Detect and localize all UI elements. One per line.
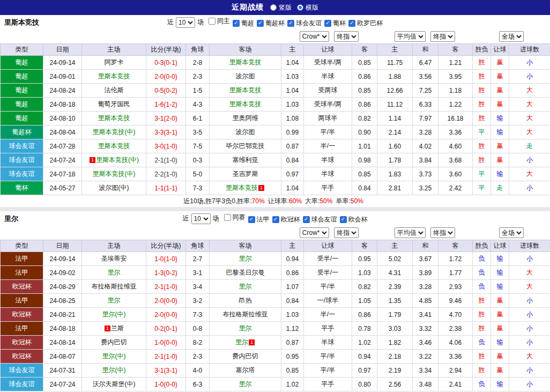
away-team-name[interactable]: 昂热 bbox=[239, 297, 252, 304]
summary-stat-label: 单率: bbox=[336, 197, 350, 206]
home-team-name[interactable]: 波尔图(中) bbox=[99, 184, 129, 191]
away-team-name[interactable]: 巴黎圣日尔曼 bbox=[226, 269, 265, 276]
summary-stat-value: 60% bbox=[289, 197, 302, 205]
result-outcome-cell: 负 bbox=[473, 280, 491, 294]
match-row: 法甲24-09-14圣埃蒂安1-0(1-0)2-7里尔0.94受半/一0.955… bbox=[1, 252, 550, 266]
near-count-select[interactable]: 10 bbox=[191, 213, 211, 224]
view-radio-vertical[interactable]: 竖版 bbox=[270, 3, 292, 12]
filters-bar: 近 10 场 同赛✓法甲✓欧冠杯✓球会友谊✓欧会杯 bbox=[183, 213, 368, 224]
filter-checkbox[interactable]: ✓法甲 bbox=[248, 215, 270, 224]
home-team-name[interactable]: 里尔(中) bbox=[102, 352, 126, 360]
away-team-name[interactable]: 波尔图 bbox=[236, 128, 255, 136]
home-team-name[interactable]: 里斯本竞技(中) bbox=[96, 156, 139, 164]
bookmaker-select[interactable]: Crow* bbox=[300, 31, 329, 42]
odds-final-select[interactable]: 终指 bbox=[430, 227, 455, 238]
filter-checkbox[interactable]: ✓欧会杯 bbox=[340, 215, 368, 224]
home-team-name[interactable]: 布拉格斯拉维亚 bbox=[92, 283, 137, 290]
score-cell: 1-6(1-2) bbox=[146, 98, 186, 112]
odds-draw-cell: 3.73 bbox=[413, 167, 438, 181]
corner-cell: 2-3 bbox=[186, 70, 210, 84]
home-team-name[interactable]: 里尔 bbox=[108, 297, 121, 304]
odds-home-cell: 1.79 bbox=[377, 308, 413, 322]
odds-home-cell: 1.60 bbox=[377, 139, 413, 153]
home-team-name[interactable]: 沃尔夫斯堡(中) bbox=[93, 380, 136, 388]
match-date-cell: 24-07-18 bbox=[43, 167, 82, 181]
handicap-home-odds-cell: 0.84 bbox=[281, 153, 304, 167]
result-outcome-cell: 胜 bbox=[473, 139, 491, 153]
home-team-name[interactable]: 里尔(中) bbox=[102, 310, 126, 318]
league-type-cell: 欧冠杯 bbox=[1, 350, 43, 364]
away-team-name[interactable]: 里尔 bbox=[239, 255, 252, 262]
match-row: 葡杯24-05-27波尔图(中)1-1(1-1)7-3里斯本竞技11.04平手0… bbox=[1, 181, 550, 195]
league-filter-checkboxes: 同主✓葡超✓葡超杯✓球会友谊✓葡杯✓欧罗巴杯 bbox=[206, 17, 383, 28]
filter-checkbox[interactable]: ✓葡超 bbox=[233, 19, 254, 28]
filter-checkbox[interactable]: ✓葡杯 bbox=[324, 19, 346, 28]
bookmaker-final-select[interactable]: 终指 bbox=[334, 227, 359, 238]
result-outcome-cell: 胜 bbox=[473, 112, 491, 125]
summary-stat-label: 胜率: bbox=[237, 197, 251, 206]
filter-checkbox[interactable]: ✓欧冠杯 bbox=[272, 215, 300, 224]
unit-label: 场 bbox=[213, 214, 219, 223]
filters-bar: 近 10 场 同主✓葡超✓葡超杯✓球会友谊✓葡杯✓欧罗巴杯 bbox=[167, 17, 383, 28]
odds-draw-cell: 3.48 bbox=[413, 378, 438, 391]
home-team-name[interactable]: 里尔 bbox=[108, 269, 121, 276]
away-team-name[interactable]: 塞维利亚 bbox=[233, 156, 258, 164]
away-team-name[interactable]: 里尔 bbox=[235, 338, 248, 346]
result-outcome-cell: 负 bbox=[473, 252, 491, 266]
away-team-name[interactable]: 布拉格斯拉维亚 bbox=[223, 310, 268, 318]
away-team-name[interactable]: 塞尔塔 bbox=[236, 366, 255, 374]
away-team-name[interactable]: 圣吉罗斯 bbox=[233, 170, 258, 177]
away-team-name[interactable]: 里斯本竞技 bbox=[229, 58, 262, 66]
odds-away-cell: 1.18 bbox=[438, 84, 473, 98]
col-header: 主场 bbox=[82, 240, 146, 252]
home-team-name[interactable]: 葡萄牙国民 bbox=[98, 100, 130, 108]
bookmaker-select[interactable]: Crow* bbox=[300, 227, 329, 238]
checkbox-icon: ✓ bbox=[287, 20, 294, 27]
filter-checkbox[interactable]: 同主 bbox=[209, 17, 230, 26]
col-header: 客场 bbox=[210, 44, 281, 56]
home-team-name[interactable]: 里斯本竞技 bbox=[98, 114, 130, 122]
filter-checkbox[interactable]: ✓球会友谊 bbox=[303, 215, 337, 224]
filter-checkbox[interactable]: 同赛 bbox=[224, 213, 246, 222]
away-team-name[interactable]: 里奥阿维 bbox=[233, 114, 258, 122]
view-radio-horizontal[interactable]: 横版 bbox=[297, 3, 318, 12]
home-team-name[interactable]: 里斯本竞技(中) bbox=[93, 170, 136, 177]
filter-checkbox[interactable]: ✓欧罗巴杯 bbox=[348, 19, 383, 28]
away-team-name[interactable]: 里尔 bbox=[239, 380, 252, 388]
home-team-name[interactable]: 里尔(中) bbox=[102, 366, 126, 374]
bookmaker-final-select[interactable]: 终指 bbox=[334, 31, 359, 42]
result-handicap-cell: 输 bbox=[491, 112, 509, 125]
home-team-name[interactable]: 费内巴切 bbox=[101, 338, 127, 346]
away-team-name[interactable]: 里斯本竞技 bbox=[229, 86, 262, 94]
filter-checkbox[interactable]: ✓葡超杯 bbox=[257, 19, 285, 28]
scope-select[interactable]: 全场 bbox=[499, 31, 524, 42]
odds-avg-select[interactable]: 平均值 bbox=[395, 31, 426, 42]
away-team-name[interactable]: 费内巴切 bbox=[233, 352, 258, 360]
league-type-cell: 葡超 bbox=[1, 70, 43, 84]
home-team-name[interactable]: 里斯本竞技 bbox=[98, 142, 130, 150]
home-team-name[interactable]: 阿罗卡 bbox=[105, 58, 124, 66]
match-row: 葡超24-08-24法伦斯0-5(0-2)1-5里斯本竞技1.04受两球0.85… bbox=[1, 84, 550, 98]
odds-avg-select[interactable]: 平均值 bbox=[395, 227, 426, 238]
odds-home-cell: 2.19 bbox=[377, 364, 413, 378]
home-team-name[interactable]: 里斯本竞技 bbox=[98, 72, 130, 80]
home-team-name[interactable]: 法伦斯 bbox=[105, 86, 124, 94]
away-team-name[interactable]: 里斯本竞技 bbox=[226, 184, 258, 191]
away-team-name[interactable]: 波尔图 bbox=[236, 72, 255, 80]
match-date-cell: 24-08-14 bbox=[43, 336, 82, 350]
away-team-name[interactable]: 毕尔巴鄂竞技 bbox=[226, 142, 265, 150]
handicap-away-odds-cell: 0.82 bbox=[352, 112, 377, 125]
odds-draw-cell: 3.22 bbox=[413, 350, 438, 364]
filter-checkbox[interactable]: ✓球会友谊 bbox=[287, 19, 322, 28]
home-team-name[interactable]: 兰斯 bbox=[111, 324, 124, 332]
home-team-name[interactable]: 里斯本竞技(中) bbox=[93, 128, 136, 136]
near-count-select[interactable]: 10 bbox=[176, 17, 195, 28]
league-type-cell: 葡超杯 bbox=[1, 125, 43, 139]
home-team-name[interactable]: 圣埃蒂安 bbox=[101, 255, 127, 262]
scope-select[interactable]: 全场 bbox=[499, 227, 524, 238]
odds-final-select[interactable]: 终指 bbox=[430, 31, 455, 42]
away-team-name[interactable]: 里尔 bbox=[239, 324, 252, 332]
away-team-name[interactable]: 里斯本竞技 bbox=[229, 100, 262, 108]
away-team-name[interactable]: 里尔 bbox=[239, 283, 252, 290]
home-team-cell: 1兰斯 bbox=[82, 322, 146, 336]
